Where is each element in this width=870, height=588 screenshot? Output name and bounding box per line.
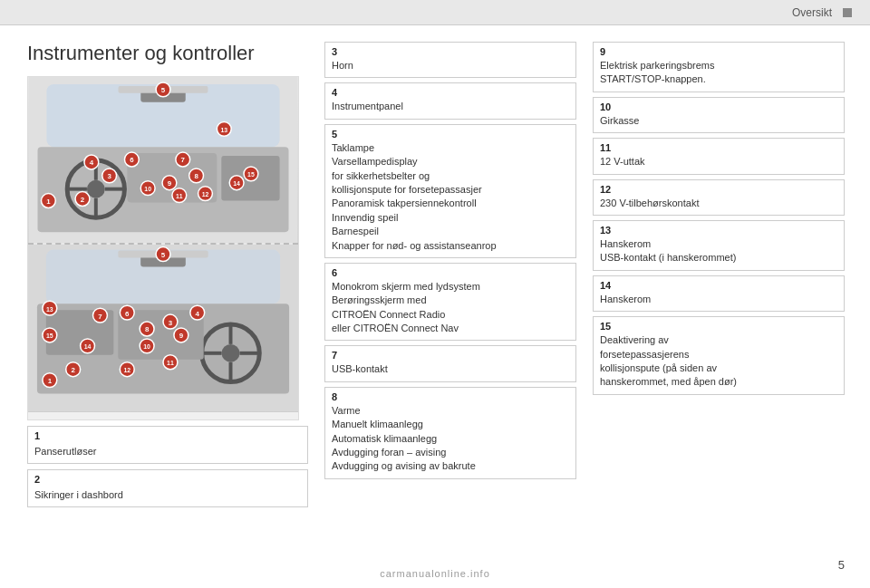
svg-text:13: 13 [46, 306, 53, 313]
svg-text:3: 3 [169, 319, 173, 327]
svg-point-47 [222, 344, 240, 362]
badge-7-top: 7 [176, 152, 190, 167]
svg-text:2: 2 [81, 196, 85, 204]
right-item-box-15: 15Deaktivering avforsetepassasjerenskoll… [593, 316, 845, 395]
svg-text:11: 11 [167, 360, 174, 366]
badge-2-top: 2 [75, 192, 90, 207]
right-box-text-12: 230 V-tilbehørskontakt [600, 197, 837, 210]
mid-item-box-4: 4Instrumentpanel [324, 82, 576, 119]
right-box-num-13: 13 [600, 225, 837, 236]
box-text-7: USB-kontakt [332, 362, 569, 376]
badge-4-top: 4 [84, 155, 99, 169]
badge-11-top: 11 [172, 188, 187, 203]
right-box-text-14: Hanskerom [600, 293, 837, 306]
dash-bottom-view: 5 6 7 4 3 [28, 245, 298, 412]
box-text-5: TaklampeVarsellampedisplayfor sikkerhets… [332, 141, 569, 253]
right-box-text-11: 12 V-uttak [600, 155, 837, 169]
svg-text:8: 8 [194, 172, 198, 180]
badge-10-bottom: 10 [140, 339, 154, 353]
header-title: Oversikt [792, 6, 832, 19]
svg-text:10: 10 [144, 186, 151, 192]
box-text-4: Instrumentpanel [332, 100, 569, 113]
box-num-3: 3 [332, 46, 569, 57]
badge-2-bottom: 2 [66, 362, 81, 377]
dash-top-svg: 5 6 4 3 7 [28, 77, 298, 243]
right-item-box-14: 14Hanskerom [593, 275, 845, 312]
top-bar: Oversikt [0, 0, 870, 25]
badge-3-bottom: 3 [163, 314, 178, 329]
svg-text:6: 6 [130, 156, 134, 164]
dash-top-view: 5 6 4 3 7 [28, 77, 298, 245]
right-box-text-13: HanskeromUSB-kontakt (i hanskerommet) [600, 237, 837, 265]
svg-text:15: 15 [46, 333, 53, 339]
left-column: Instrumenter og kontroller [27, 42, 308, 579]
badge-6-bottom: 6 [120, 305, 134, 320]
badge-14-bottom: 14 [81, 339, 95, 353]
box-text-6: Monokrom skjerm med lydsystemBerøringssk… [332, 280, 569, 336]
badge-9-top: 9 [162, 176, 177, 190]
svg-text:5: 5 [161, 251, 166, 259]
badge-12-top: 12 [198, 187, 213, 201]
svg-text:9: 9 [179, 332, 184, 340]
badge-5-bottom: 5 [156, 247, 170, 262]
right-column: 9Elektrisk parkeringsbremsSTART/STOP-kna… [593, 42, 845, 579]
right-box-num-10: 10 [600, 101, 837, 112]
box-text-3: Horn [332, 59, 569, 72]
svg-text:8: 8 [145, 325, 150, 333]
right-item-box-12: 12230 V-tilbehørskontakt [593, 179, 845, 216]
item-text-2: Sikringer i dashbord [34, 489, 123, 500]
right-box-num-14: 14 [600, 280, 837, 291]
svg-text:4: 4 [90, 159, 94, 167]
box-num-6: 6 [332, 267, 569, 278]
badge-13-top: 13 [217, 121, 231, 136]
svg-text:14: 14 [233, 180, 240, 187]
svg-text:1: 1 [46, 198, 51, 206]
badge-9-bottom: 9 [174, 328, 188, 342]
badge-1-top: 1 [41, 194, 55, 208]
svg-text:10: 10 [143, 343, 150, 350]
main-content: Instrumenter og kontroller [0, 25, 870, 588]
svg-text:11: 11 [176, 193, 183, 199]
svg-text:1: 1 [48, 377, 53, 385]
item-text-1: Panserutløser [34, 446, 96, 457]
right-box-text-10: Girkasse [600, 114, 837, 128]
right-item-box-13: 13HanskeromUSB-kontakt (i hanskerommet) [593, 220, 845, 271]
mid-item-box-7: 7USB-kontakt [324, 345, 576, 381]
box-num-5: 5 [332, 129, 569, 140]
right-box-num-11: 11 [600, 142, 837, 153]
svg-text:2: 2 [71, 366, 75, 374]
watermark: carmanualonline.info [0, 568, 870, 579]
box-text-8: VarmeManuelt klimaanleggAutomatisk klima… [332, 404, 569, 474]
badge-7-bottom: 7 [93, 308, 108, 323]
svg-text:4: 4 [196, 310, 200, 318]
badge-15-top: 15 [244, 167, 258, 181]
right-item-box-11: 1112 V-uttak [593, 138, 845, 174]
badge-15-bottom: 15 [43, 328, 57, 342]
mid-item-box-5: 5TaklampeVarsellampedisplayfor sikkerhet… [324, 124, 576, 258]
item-num-2: 2 [34, 474, 301, 485]
svg-text:7: 7 [181, 156, 186, 164]
mid-item-box-6: 6Monokrom skjerm med lydsystemBerøringss… [324, 263, 576, 342]
page-title: Instrumenter og kontroller [27, 42, 308, 65]
badge-6-top: 6 [124, 152, 139, 167]
mid-item-box-8: 8VarmeManuelt klimaanleggAutomatisk klim… [324, 387, 576, 479]
item-num-1: 1 [34, 430, 301, 441]
svg-point-4 [87, 180, 105, 198]
left-item-box-1: 1Panserutløser [27, 426, 308, 464]
badge-8-bottom: 8 [140, 322, 154, 336]
badge-13-bottom: 13 [43, 301, 57, 315]
box-num-4: 4 [332, 87, 569, 98]
right-box-text-9: Elektrisk parkeringsbremsSTART/STOP-knap… [600, 59, 837, 87]
svg-text:12: 12 [202, 191, 209, 198]
svg-text:7: 7 [98, 313, 102, 321]
right-item-box-9: 9Elektrisk parkeringsbremsSTART/STOP-kna… [593, 42, 845, 92]
right-box-num-12: 12 [600, 184, 837, 195]
svg-text:5: 5 [161, 86, 166, 94]
right-box-num-15: 15 [600, 321, 837, 332]
left-items-container: 1Panserutløser2Sikringer i dashbord [27, 426, 308, 507]
dash-bottom-svg: 5 6 7 4 3 [28, 245, 298, 412]
svg-text:15: 15 [247, 171, 255, 178]
box-num-8: 8 [332, 391, 569, 402]
svg-text:12: 12 [123, 367, 130, 373]
badge-10-top: 10 [140, 181, 155, 196]
